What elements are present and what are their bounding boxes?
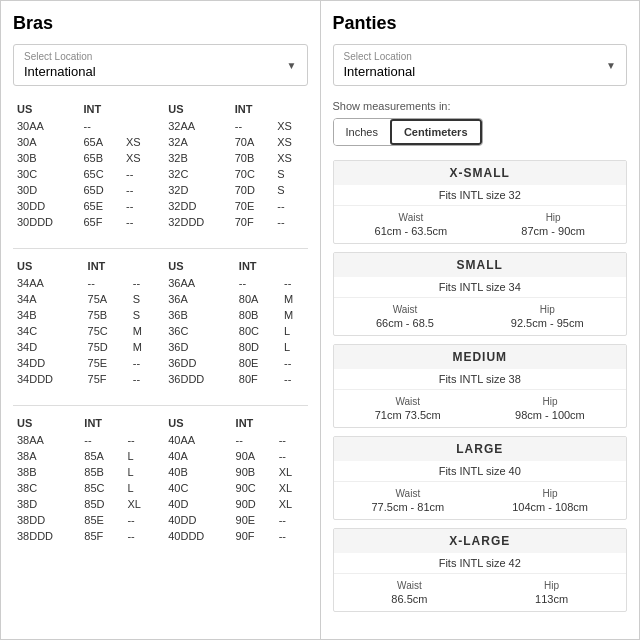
col-us: US <box>13 414 80 432</box>
table-row: 34DD75E-- <box>13 355 156 371</box>
hip-measurement: Hip 113cm <box>535 580 568 605</box>
table-row: 38AA---- <box>13 432 156 448</box>
table-row: 30D65D-- <box>13 182 156 198</box>
hip-measurement: Hip 92.5cm - 95cm <box>511 304 584 329</box>
waist-measurement: Waist 77.5cm - 81cm <box>371 488 444 513</box>
col-int: INT <box>80 414 123 432</box>
hip-measurement: Hip 87cm - 90cm <box>521 212 585 237</box>
table-row: 36C80CL <box>164 323 307 339</box>
waist-measurement: Waist 86.5cm <box>391 580 427 605</box>
waist-value: 61cm - 63.5cm <box>375 225 448 237</box>
table-row: 30DDD65F-- <box>13 214 156 230</box>
size-measurements: Waist 66cm - 68.5 Hip 92.5cm - 95cm <box>334 298 627 335</box>
bras-table-group-3: US INT 38AA---- 38A85AL 38B85BL 38C85CL … <box>13 414 308 554</box>
table-row: 30C65C-- <box>13 166 156 182</box>
table-row: 40AA---- <box>164 432 307 448</box>
size-section-x-large: X-LARGE Fits INTL size 42 Waist 86.5cm H… <box>333 528 628 612</box>
waist-label: Waist <box>371 488 444 499</box>
hip-value: 113cm <box>535 593 568 605</box>
table-row: 40D90DXL <box>164 496 307 512</box>
col-blank <box>273 100 307 118</box>
bras-table-left-2: US INT 34AA---- 34A75AS 34B75BS 34C75CM … <box>13 257 156 397</box>
size-section-large: LARGE Fits INTL size 40 Waist 77.5cm - 8… <box>333 436 628 520</box>
table-row: 30B65BXS <box>13 150 156 166</box>
size-section-small: SMALL Fits INTL size 34 Waist 66cm - 68.… <box>333 252 628 336</box>
table-row: 30DD65E-- <box>13 198 156 214</box>
table-row: 32C70CS <box>164 166 307 182</box>
col-us: US <box>164 100 230 118</box>
hip-measurement: Hip 104cm - 108cm <box>512 488 588 513</box>
table-row: 34D75DM <box>13 339 156 355</box>
table-row: 36B80BM <box>164 307 307 323</box>
col-blank <box>123 414 156 432</box>
col-us: US <box>164 414 231 432</box>
table-row: 32DDD70F-- <box>164 214 307 230</box>
size-measurements: Waist 86.5cm Hip 113cm <box>334 574 627 611</box>
bras-table-right-1: US INT 32AA--XS 32A70AXS 32B70BXS 32C70C… <box>164 100 307 240</box>
table-row: 32B70BXS <box>164 150 307 166</box>
panties-title: Panties <box>333 13 628 34</box>
hip-label: Hip <box>512 488 588 499</box>
table-row: 34C75CM <box>13 323 156 339</box>
table-row: 30A65AXS <box>13 134 156 150</box>
size-name: MEDIUM <box>334 345 627 369</box>
col-blank <box>280 257 308 275</box>
waist-value: 86.5cm <box>391 593 427 605</box>
panties-panel: Panties Select Location International ▼ … <box>320 0 641 640</box>
table-row: 40DDD90F-- <box>164 528 307 544</box>
size-measurements: Waist 77.5cm - 81cm Hip 104cm - 108cm <box>334 482 627 519</box>
centimeters-toggle[interactable]: Centimeters <box>390 119 482 145</box>
hip-measurement: Hip 98cm - 100cm <box>515 396 585 421</box>
table-row: 40C90CXL <box>164 480 307 496</box>
bras-table-group-1: US INT 30AA-- 30A65AXS 30B65BXS 30C65C--… <box>13 100 308 240</box>
col-int: INT <box>84 257 129 275</box>
table-row: 36DD80E-- <box>164 355 307 371</box>
size-fits: Fits INTL size 42 <box>334 553 627 574</box>
size-fits: Fits INTL size 40 <box>334 461 627 482</box>
col-blank <box>275 414 308 432</box>
col-int: INT <box>231 100 274 118</box>
divider-1 <box>13 248 308 249</box>
panties-location-select[interactable]: Select Location International ▼ <box>333 44 628 86</box>
size-fits: Fits INTL size 34 <box>334 277 627 298</box>
inches-toggle[interactable]: Inches <box>334 119 390 145</box>
table-row: 32A70AXS <box>164 134 307 150</box>
col-int: INT <box>79 100 122 118</box>
size-name: X-LARGE <box>334 529 627 553</box>
bras-select-label: Select Location <box>24 51 96 62</box>
sizes-container: X-SMALL Fits INTL size 32 Waist 61cm - 6… <box>333 160 628 612</box>
table-row: 38B85BL <box>13 464 156 480</box>
waist-value: 66cm - 68.5 <box>376 317 434 329</box>
table-row: 38DDD85F-- <box>13 528 156 544</box>
bras-table-left-1: US INT 30AA-- 30A65AXS 30B65BXS 30C65C--… <box>13 100 156 240</box>
table-row: 34DDD75F-- <box>13 371 156 387</box>
table-row: 34AA---- <box>13 275 156 291</box>
size-section-x-small: X-SMALL Fits INTL size 32 Waist 61cm - 6… <box>333 160 628 244</box>
bras-title: Bras <box>13 13 308 34</box>
size-fits: Fits INTL size 32 <box>334 185 627 206</box>
col-int: INT <box>235 257 280 275</box>
col-us: US <box>13 100 79 118</box>
table-row: 40DD90E-- <box>164 512 307 528</box>
col-blank <box>129 257 157 275</box>
size-name: SMALL <box>334 253 627 277</box>
panties-select-chevron: ▼ <box>606 60 616 71</box>
table-row: 36AA---- <box>164 275 307 291</box>
bras-location-select[interactable]: Select Location International ▼ <box>13 44 308 86</box>
hip-label: Hip <box>521 212 585 223</box>
table-row: 36A80AM <box>164 291 307 307</box>
bras-select-value: International <box>24 64 96 79</box>
panties-select-label: Select Location <box>344 51 416 62</box>
table-row: 40B90BXL <box>164 464 307 480</box>
size-name: LARGE <box>334 437 627 461</box>
waist-measurement: Waist 71cm 73.5cm <box>375 396 441 421</box>
waist-value: 77.5cm - 81cm <box>371 501 444 513</box>
hip-value: 87cm - 90cm <box>521 225 585 237</box>
hip-label: Hip <box>511 304 584 315</box>
bras-table-right-3: US INT 40AA---- 40A90A-- 40B90BXL 40C90C… <box>164 414 307 554</box>
size-fits: Fits INTL size 38 <box>334 369 627 390</box>
col-int: INT <box>232 414 275 432</box>
bras-select-chevron: ▼ <box>287 60 297 71</box>
table-row: 40A90A-- <box>164 448 307 464</box>
waist-label: Waist <box>376 304 434 315</box>
